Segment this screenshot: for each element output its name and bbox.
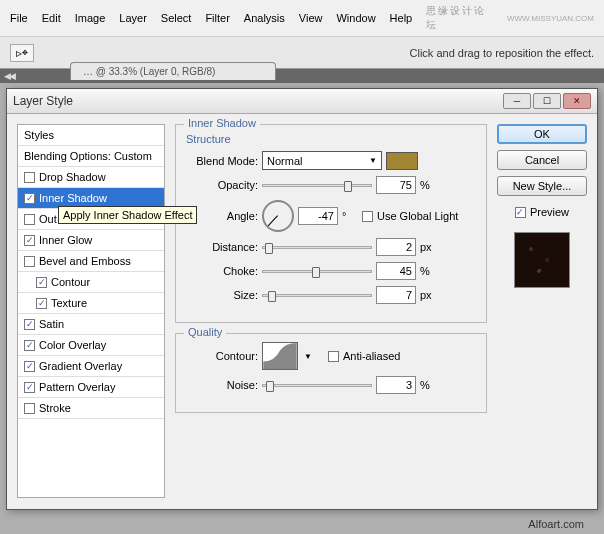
- menu-layer[interactable]: Layer: [113, 10, 153, 26]
- global-light-label: Use Global Light: [377, 210, 458, 222]
- checkbox-icon[interactable]: ✓: [36, 277, 47, 288]
- checkbox-icon[interactable]: [24, 256, 35, 267]
- preview-checkbox[interactable]: ✓: [515, 207, 526, 218]
- dialog-title: Layer Style: [13, 94, 73, 108]
- tooltip: Apply Inner Shadow Effect: [58, 206, 197, 224]
- checkbox-icon[interactable]: [24, 214, 35, 225]
- anti-aliased-checkbox[interactable]: [328, 351, 339, 362]
- checkbox-icon[interactable]: ✓: [24, 319, 35, 330]
- layer-style-dialog: Layer Style ─ ☐ ✕ Styles Blending Option…: [6, 88, 598, 510]
- style-label: Out: [39, 213, 57, 225]
- style-satin[interactable]: ✓Satin: [18, 314, 164, 335]
- menu-analysis[interactable]: Analysis: [238, 10, 291, 26]
- chevron-down-icon[interactable]: ▼: [304, 352, 312, 361]
- noise-slider[interactable]: [262, 384, 372, 387]
- menu-file[interactable]: File: [4, 10, 34, 26]
- style-inner-glow[interactable]: ✓Inner Glow: [18, 230, 164, 251]
- global-light-checkbox[interactable]: [362, 211, 373, 222]
- anti-aliased-label: Anti-aliased: [343, 350, 400, 362]
- checkbox-icon[interactable]: [24, 403, 35, 414]
- menu-image[interactable]: Image: [69, 10, 112, 26]
- opacity-input[interactable]: [376, 176, 416, 194]
- chevron-down-icon: ▼: [369, 156, 377, 165]
- minimize-button[interactable]: ─: [503, 93, 531, 109]
- watermark-sub: WWW.MISSYUAN.COM: [501, 12, 600, 25]
- style-label: Texture: [51, 297, 87, 309]
- document-tab[interactable]: … @ 33.3% (Layer 0, RGB/8): [70, 62, 276, 80]
- distance-input[interactable]: [376, 238, 416, 256]
- shadow-color-swatch[interactable]: [386, 152, 418, 170]
- preview-thumbnail: [514, 232, 570, 288]
- panel-title: Inner Shadow: [184, 117, 260, 129]
- checkbox-icon[interactable]: ✓: [24, 382, 35, 393]
- style-pattern-overlay[interactable]: ✓Pattern Overlay: [18, 377, 164, 398]
- style-label: Inner Glow: [39, 234, 92, 246]
- contour-label: Contour:: [186, 350, 258, 362]
- angle-unit: °: [342, 210, 358, 222]
- blend-mode-label: Blend Mode:: [186, 155, 258, 167]
- style-label: Stroke: [39, 402, 71, 414]
- checkbox-icon[interactable]: [24, 172, 35, 183]
- choke-slider[interactable]: [262, 270, 372, 273]
- menu-filter[interactable]: Filter: [199, 10, 235, 26]
- style-contour[interactable]: ✓Contour: [18, 272, 164, 293]
- checkbox-icon[interactable]: ✓: [24, 361, 35, 372]
- structure-title: Structure: [186, 133, 476, 145]
- quality-fieldset: Quality Contour: ▼ Anti-aliased Noise: %: [175, 333, 487, 413]
- style-texture[interactable]: ✓Texture: [18, 293, 164, 314]
- opacity-slider[interactable]: [262, 184, 372, 187]
- menu-window[interactable]: Window: [330, 10, 381, 26]
- quality-title: Quality: [184, 326, 226, 338]
- size-unit: px: [420, 289, 436, 301]
- style-color-overlay[interactable]: ✓Color Overlay: [18, 335, 164, 356]
- move-tool-icon[interactable]: ▹✥: [10, 44, 34, 62]
- style-drop-shadow[interactable]: Drop Shadow: [18, 167, 164, 188]
- style-label: Pattern Overlay: [39, 381, 115, 393]
- new-style-button[interactable]: New Style...: [497, 176, 587, 196]
- style-label: Inner Shadow: [39, 192, 107, 204]
- checkbox-icon[interactable]: ✓: [24, 235, 35, 246]
- style-inner-shadow[interactable]: ✓Inner Shadow Apply Inner Shadow Effect: [18, 188, 164, 209]
- blending-options-row[interactable]: Blending Options: Custom: [18, 146, 164, 167]
- style-gradient-overlay[interactable]: ✓Gradient Overlay: [18, 356, 164, 377]
- menu-edit[interactable]: Edit: [36, 10, 67, 26]
- noise-input[interactable]: [376, 376, 416, 394]
- inner-shadow-fieldset: Inner Shadow Structure Blend Mode: Norma…: [175, 124, 487, 323]
- opacity-label: Opacity:: [186, 179, 258, 191]
- distance-slider[interactable]: [262, 246, 372, 249]
- style-label: Drop Shadow: [39, 171, 106, 183]
- maximize-button[interactable]: ☐: [533, 93, 561, 109]
- angle-input[interactable]: [298, 207, 338, 225]
- checkbox-icon[interactable]: ✓: [24, 340, 35, 351]
- checkbox-icon[interactable]: ✓: [36, 298, 47, 309]
- style-label: Color Overlay: [39, 339, 106, 351]
- style-bevel-emboss[interactable]: Bevel and Emboss: [18, 251, 164, 272]
- style-label: Contour: [51, 276, 90, 288]
- checkbox-icon[interactable]: ✓: [24, 193, 35, 204]
- settings-panel: Inner Shadow Structure Blend Mode: Norma…: [175, 124, 487, 498]
- style-label: Gradient Overlay: [39, 360, 122, 372]
- style-label: Satin: [39, 318, 64, 330]
- size-label: Size:: [186, 289, 258, 301]
- size-slider[interactable]: [262, 294, 372, 297]
- blend-mode-select[interactable]: Normal▼: [262, 151, 382, 170]
- close-button[interactable]: ✕: [563, 93, 591, 109]
- menu-select[interactable]: Select: [155, 10, 198, 26]
- choke-unit: %: [420, 265, 436, 277]
- angle-dial[interactable]: [262, 200, 294, 232]
- style-stroke[interactable]: Stroke: [18, 398, 164, 419]
- cancel-button[interactable]: Cancel: [497, 150, 587, 170]
- noise-label: Noise:: [186, 379, 258, 391]
- watermark-main: 思缘设计论坛: [420, 2, 499, 34]
- menu-view[interactable]: View: [293, 10, 329, 26]
- ok-button[interactable]: OK: [497, 124, 587, 144]
- menu-help[interactable]: Help: [384, 10, 419, 26]
- footer-credit: Alfoart.com: [528, 518, 584, 530]
- size-input[interactable]: [376, 286, 416, 304]
- styles-list: Styles Blending Options: Custom Drop Sha…: [17, 124, 165, 498]
- choke-input[interactable]: [376, 262, 416, 280]
- styles-header[interactable]: Styles: [18, 125, 164, 146]
- contour-picker[interactable]: [262, 342, 298, 370]
- dialog-titlebar[interactable]: Layer Style ─ ☐ ✕: [7, 89, 597, 114]
- distance-unit: px: [420, 241, 436, 253]
